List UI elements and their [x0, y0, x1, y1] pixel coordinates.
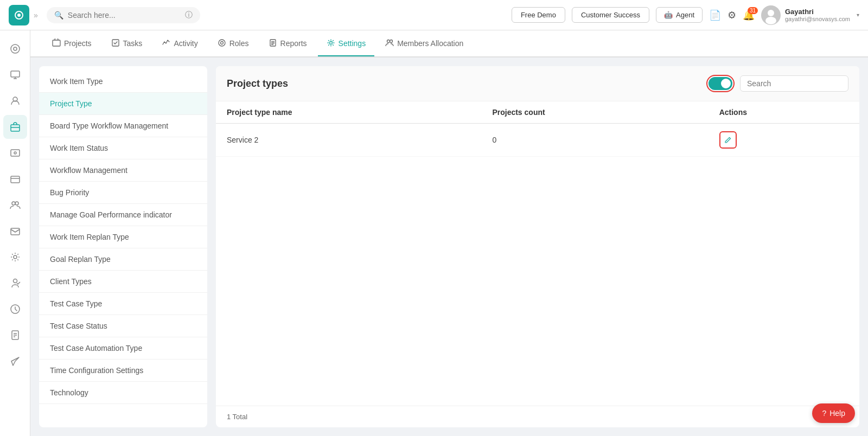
help-label: Help: [829, 409, 845, 418]
sidebar-item-desktop[interactable]: [3, 141, 27, 165]
svg-rect-21: [53, 40, 60, 46]
user-profile[interactable]: Gayathri gayathri@snovasys.com ▾: [761, 5, 859, 25]
info-icon[interactable]: ⓘ: [185, 10, 193, 20]
svg-point-2: [17, 14, 21, 17]
activity-icon: [162, 39, 170, 49]
settings-icon-button[interactable]: ⚙: [727, 9, 736, 21]
sidebar-item-test-case-automation[interactable]: Test Case Automation Type: [39, 337, 207, 360]
free-demo-button[interactable]: Free Demo: [512, 7, 565, 23]
svg-point-17: [14, 255, 17, 259]
projects-icon: [52, 39, 61, 49]
tab-roles[interactable]: Roles: [209, 32, 258, 56]
tab-projects-label: Projects: [64, 39, 92, 48]
edit-button[interactable]: [719, 131, 737, 149]
tab-members-label: Members Allocation: [397, 39, 463, 48]
sidebar-item-test-case-type[interactable]: Test Case Type: [39, 293, 207, 315]
sidebar-expander-icon[interactable]: »: [34, 11, 38, 20]
reports-icon: [269, 39, 277, 49]
sidebar-item-work-item-status[interactable]: Work Item Status: [39, 137, 207, 159]
svg-point-14: [12, 202, 15, 205]
gear-icon: ⚙: [727, 10, 736, 21]
file-icon-button[interactable]: 📄: [709, 9, 721, 21]
svg-point-28: [390, 40, 393, 42]
tab-tasks-label: Tasks: [123, 39, 143, 48]
global-search: 🔍 ⓘ: [47, 7, 200, 23]
row-project-count: 0: [481, 124, 708, 157]
sidebar-item-group[interactable]: [3, 193, 27, 217]
sidebar-item-report[interactable]: [3, 323, 27, 347]
sidebar-item-gear[interactable]: [3, 245, 27, 269]
svg-point-5: [765, 17, 776, 24]
svg-point-26: [329, 41, 332, 44]
svg-point-23: [219, 40, 225, 46]
tab-projects[interactable]: Projects: [43, 32, 100, 56]
search-icon: 🔍: [54, 11, 63, 20]
sidebar-item-technology[interactable]: Technology: [39, 382, 207, 404]
settings-tab-icon: [327, 39, 335, 49]
table-search-input[interactable]: [747, 79, 841, 88]
tab-tasks[interactable]: Tasks: [103, 32, 151, 56]
sidebar-item-workflow[interactable]: Workflow Management: [39, 159, 207, 182]
toggle-wrapper: [706, 75, 735, 92]
notification-badge: 31: [748, 7, 758, 14]
svg-rect-16: [11, 228, 20, 235]
tab-bar: Projects Tasks Activity Roles Reports Se…: [30, 30, 868, 57]
col-projects-count: Projects count: [481, 101, 708, 124]
sidebar-item-board-type[interactable]: Board Type Workflow Management: [39, 115, 207, 137]
content-footer: 1 Total: [216, 406, 859, 427]
sidebar-item-briefcase[interactable]: [3, 115, 27, 139]
sidebar-item-send[interactable]: [3, 349, 27, 373]
content-panel: Project types Project type name Projects…: [216, 66, 859, 427]
row-project-name: Service 2: [216, 124, 481, 157]
content-title: Project types: [227, 78, 288, 89]
agent-icon: 🤖: [664, 11, 673, 19]
help-icon: ?: [822, 409, 826, 418]
sidebar-item-card[interactable]: [3, 167, 27, 191]
app-logo[interactable]: [9, 5, 29, 25]
tab-activity[interactable]: Activity: [153, 32, 206, 56]
search-input[interactable]: [68, 11, 176, 20]
tab-settings[interactable]: Settings: [318, 32, 375, 56]
sidebar-item-person[interactable]: [3, 89, 27, 113]
notification-button[interactable]: 🔔 31: [743, 9, 755, 21]
user-dropdown-arrow[interactable]: ▾: [857, 12, 859, 18]
help-button[interactable]: ? Help: [812, 403, 855, 423]
sidebar-item-clock[interactable]: [3, 297, 27, 321]
tab-reports-label: Reports: [280, 39, 307, 48]
sidebar-item-mail[interactable]: [3, 219, 27, 243]
sidebar-item-manage-goal[interactable]: Manage Goal Performance indicator: [39, 204, 207, 226]
svg-point-15: [15, 202, 18, 205]
svg-point-18: [13, 279, 17, 283]
navbar: » 🔍 ⓘ Free Demo Customer Success 🤖 Agent…: [0, 0, 868, 30]
table-search: [740, 75, 848, 92]
tab-members-allocation[interactable]: Members Allocation: [376, 32, 472, 56]
sidebar-item-person2[interactable]: [3, 271, 27, 295]
main-content: Work Item Type Project Type Board Type W…: [30, 57, 868, 436]
sidebar-item-monitor[interactable]: [3, 63, 27, 87]
svg-point-12: [14, 152, 16, 154]
svg-rect-13: [11, 176, 20, 183]
agent-button[interactable]: 🤖 Agent: [656, 7, 703, 23]
user-name: Gayathri: [785, 8, 850, 16]
svg-point-7: [14, 47, 17, 50]
sidebar-item-time-config[interactable]: Time Configuration Settings: [39, 360, 207, 382]
settings-sidebar: Work Item Type Project Type Board Type W…: [39, 66, 207, 427]
sidebar-item-work-item-replan[interactable]: Work Item Replan Type: [39, 226, 207, 248]
svg-point-4: [768, 10, 774, 16]
table-wrapper: Project type name Projects count Actions…: [216, 101, 859, 406]
tab-reports[interactable]: Reports: [260, 32, 316, 56]
svg-rect-8: [11, 71, 20, 77]
sidebar-item-project-type[interactable]: Project Type: [39, 93, 207, 115]
sidebar-item-bug-priority[interactable]: Bug Priority: [39, 182, 207, 204]
sidebar-item-test-case-status[interactable]: Test Case Status: [39, 315, 207, 337]
col-project-type-name: Project type name: [216, 101, 481, 124]
svg-point-27: [387, 40, 390, 42]
sidebar-item-analytics[interactable]: [3, 37, 27, 61]
customer-success-button[interactable]: Customer Success: [572, 7, 649, 23]
project-types-table: Project type name Projects count Actions…: [216, 101, 859, 157]
sidebar-item-client-types[interactable]: Client Types: [39, 271, 207, 293]
sidebar-item-work-item-type[interactable]: Work Item Type: [39, 70, 207, 93]
table-row: Service 2 0: [216, 124, 859, 157]
add-toggle-button[interactable]: [709, 77, 732, 90]
sidebar-item-goal-replan[interactable]: Goal Replan Type: [39, 248, 207, 271]
